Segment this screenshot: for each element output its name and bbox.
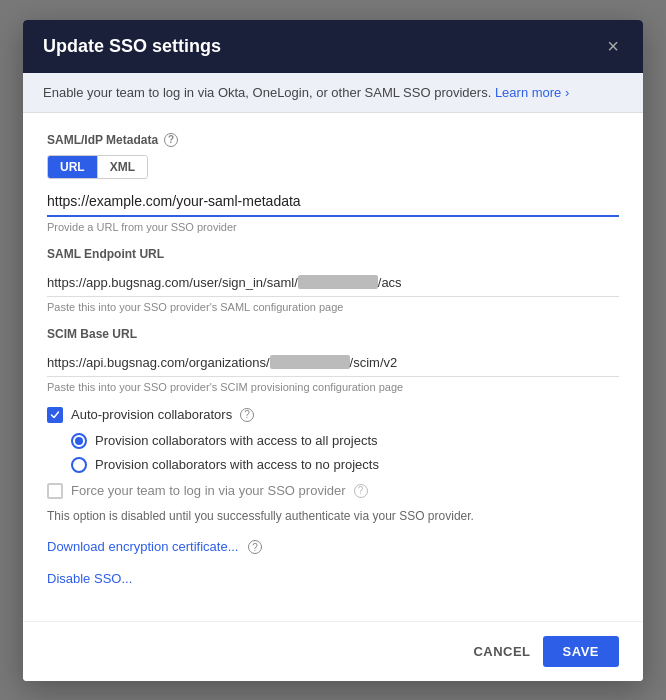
force-login-label: Force your team to log in via your SSO p…: [71, 483, 346, 498]
radio-no-projects-row[interactable]: Provision collaborators with access to n…: [71, 457, 619, 473]
tab-xml[interactable]: XML: [97, 156, 147, 178]
info-banner: Enable your team to log in via Okta, One…: [23, 73, 643, 113]
scim-base-hint: Paste this into your SSO provider's SCIM…: [47, 381, 619, 393]
saml-endpoint-value: https://app.bugsnag.com/user/sign_in/sam…: [47, 269, 619, 297]
learn-more-link[interactable]: Learn more ›: [495, 85, 569, 100]
saml-endpoint-hint: Paste this into your SSO provider's SAML…: [47, 301, 619, 313]
download-cert-link[interactable]: Download encryption certificate... ?: [47, 539, 262, 554]
radio-none-label: Provision collaborators with access to n…: [95, 457, 379, 472]
saml-endpoint-label: SAML Endpoint URL: [47, 247, 164, 261]
download-cert-help-icon[interactable]: ?: [248, 540, 262, 554]
radio-no-projects[interactable]: [71, 457, 87, 473]
download-cert-text: Download encryption certificate...: [47, 539, 238, 554]
cancel-button[interactable]: CANCEL: [473, 644, 530, 659]
saml-endpoint-section: SAML Endpoint URL: [47, 247, 619, 261]
scim-base-masked: [270, 355, 350, 369]
disable-sso-row: Disable SSO...: [47, 569, 619, 587]
saml-metadata-label: SAML/IdP Metadata: [47, 133, 158, 147]
auto-provision-label: Auto-provision collaborators: [71, 407, 232, 422]
modal-title: Update SSO settings: [43, 36, 221, 57]
radio-all-projects-row[interactable]: Provision collaborators with access to a…: [71, 433, 619, 449]
radio-all-projects[interactable]: [71, 433, 87, 449]
scim-base-value: https://api.bugsnag.com/organizations//s…: [47, 349, 619, 377]
scim-base-section: SCIM Base URL: [47, 327, 619, 341]
saml-url-hint: Provide a URL from your SSO provider: [47, 221, 619, 233]
auto-provision-row[interactable]: Auto-provision collaborators ?: [47, 407, 619, 423]
saml-url-input[interactable]: [47, 187, 619, 217]
force-login-section: Force your team to log in via your SSO p…: [47, 483, 619, 499]
download-cert-row: Download encryption certificate... ?: [47, 537, 619, 555]
scim-base-prefix: https://api.bugsnag.com/organizations/: [47, 355, 270, 370]
force-login-row: Force your team to log in via your SSO p…: [47, 483, 619, 499]
saml-endpoint-prefix: https://app.bugsnag.com/user/sign_in/sam…: [47, 275, 298, 290]
scim-base-suffix: /scim/v2: [350, 355, 398, 370]
saml-endpoint-masked: [298, 275, 378, 289]
close-button[interactable]: ×: [603, 36, 623, 56]
radio-all-label: Provision collaborators with access to a…: [95, 433, 378, 448]
radio-all-inner: [75, 437, 83, 445]
checkmark-icon: [50, 410, 60, 420]
save-button[interactable]: SAVE: [543, 636, 619, 667]
metadata-tab-group: URL XML: [47, 155, 148, 179]
banner-text: Enable your team to log in via Okta, One…: [43, 85, 491, 100]
auto-provision-checkbox[interactable]: [47, 407, 63, 423]
disable-sso-link[interactable]: Disable SSO...: [47, 571, 132, 586]
tab-url[interactable]: URL: [48, 156, 97, 178]
saml-metadata-section: SAML/IdP Metadata ?: [47, 133, 619, 147]
modal-footer: CANCEL SAVE: [23, 621, 643, 681]
force-login-checkbox: [47, 483, 63, 499]
auto-provision-help-icon[interactable]: ?: [240, 408, 254, 422]
saml-endpoint-suffix: /acs: [378, 275, 402, 290]
modal-header: Update SSO settings ×: [23, 20, 643, 73]
provision-radio-group: Provision collaborators with access to a…: [71, 433, 619, 473]
saml-metadata-help-icon[interactable]: ?: [164, 133, 178, 147]
force-login-hint: This option is disabled until you succes…: [47, 509, 619, 523]
scim-base-label: SCIM Base URL: [47, 327, 137, 341]
force-login-help-icon: ?: [354, 484, 368, 498]
modal-body: SAML/IdP Metadata ? URL XML Provide a UR…: [23, 113, 643, 621]
update-sso-modal: Update SSO settings × Enable your team t…: [23, 20, 643, 681]
